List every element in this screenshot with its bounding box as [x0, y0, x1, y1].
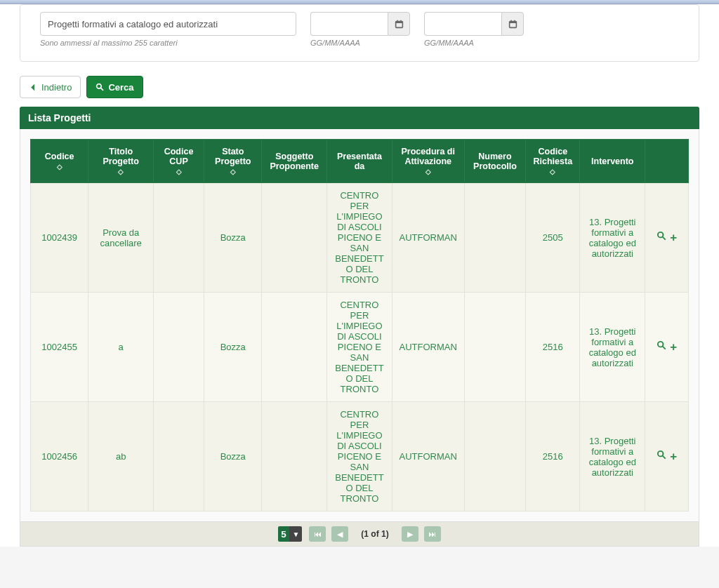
th-titolo[interactable]: Titolo Progetto◇: [88, 140, 154, 183]
th-stato[interactable]: Stato Progetto◇: [204, 140, 262, 183]
pager: 5 ▼ ⏮ ◀ (1 of 1) ▶ ⏭: [20, 522, 699, 547]
th-soggetto[interactable]: Soggetto Proponente: [262, 140, 327, 183]
sort-icon: ◇: [35, 163, 84, 171]
th-actions: [645, 140, 689, 183]
sort-icon: ◇: [93, 168, 149, 175]
table-row: 1002439Prova da cancellareBozzaCENTRO PE…: [31, 183, 689, 293]
cell-presentata: CENTRO PER L'IMPIEGO DI ASCOLI PICENO E …: [327, 402, 393, 512]
projects-table: Codice ◇ Titolo Progetto◇ Codice CUP ◇ S…: [30, 139, 689, 512]
cell-numprot: [464, 293, 526, 402]
view-icon[interactable]: [657, 232, 667, 243]
filter-text-input[interactable]: [40, 12, 296, 36]
cell-cup: [154, 402, 204, 512]
add-icon[interactable]: +: [670, 340, 677, 354]
panel-title: Lista Progetti: [20, 107, 699, 129]
cell-soggetto: [262, 402, 327, 512]
cell-codice: 1002456: [31, 402, 88, 512]
cell-intervento: 13. Progetti formativi a catalogo ed aut…: [580, 183, 645, 293]
cell-titolo: a: [88, 293, 154, 402]
row-actions: +: [645, 183, 689, 293]
sort-icon: ◇: [158, 168, 199, 175]
date-from-input[interactable]: [310, 12, 388, 36]
calendar-icon[interactable]: [501, 12, 524, 36]
add-icon[interactable]: +: [670, 231, 677, 244]
cell-presentata: CENTRO PER L'IMPIEGO DI ASCOLI PICENO E …: [327, 183, 393, 293]
cell-cup: [154, 293, 204, 402]
filters-panel: Sono ammessi al massimo 255 caratteri GG…: [20, 4, 699, 62]
cell-numprot: [464, 183, 526, 293]
cell-procedura: AUTFORMAN: [392, 402, 464, 512]
cell-procedura: AUTFORMAN: [392, 293, 464, 402]
pager-label: (1 of 1): [361, 529, 388, 539]
cell-codice: 1002439: [31, 183, 88, 293]
date-to-help: GG/MM/AAAA: [424, 39, 524, 47]
th-cup[interactable]: Codice CUP ◇: [154, 140, 204, 183]
table-row: 1002456abBozzaCENTRO PER L'IMPIEGO DI AS…: [31, 402, 689, 512]
filter-text-help: Sono ammessi al massimo 255 caratteri: [40, 39, 296, 47]
view-icon[interactable]: [657, 450, 667, 462]
cell-procedura: AUTFORMAN: [392, 183, 464, 293]
cell-codric: 2516: [526, 293, 580, 402]
search-button[interactable]: Cerca: [86, 76, 143, 98]
dropdown-arrow-icon[interactable]: ▼: [289, 526, 302, 542]
cell-titolo: ab: [88, 402, 154, 512]
cell-codice: 1002455: [31, 293, 88, 402]
pager-prev-button[interactable]: ◀: [331, 526, 348, 542]
cell-stato: Bozza: [204, 293, 262, 402]
cell-stato: Bozza: [204, 402, 262, 512]
cell-intervento: 13. Progetti formativi a catalogo ed aut…: [580, 293, 645, 402]
date-from-help: GG/MM/AAAA: [310, 39, 410, 47]
calendar-icon[interactable]: [388, 12, 410, 36]
back-button[interactable]: Indietro: [20, 76, 81, 98]
row-actions: +: [645, 293, 689, 402]
cell-titolo: Prova da cancellare: [88, 183, 154, 293]
cell-intervento: 13. Progetti formativi a catalogo ed aut…: [580, 402, 645, 512]
date-to-input[interactable]: [424, 12, 501, 36]
cell-soggetto: [262, 183, 327, 293]
pager-first-button[interactable]: ⏮: [309, 526, 326, 542]
th-intervento[interactable]: Intervento: [580, 140, 645, 183]
row-actions: +: [645, 402, 689, 512]
pager-last-button[interactable]: ⏭: [424, 526, 441, 542]
pager-next-button[interactable]: ▶: [402, 526, 418, 542]
page-size-select[interactable]: 5: [278, 526, 289, 542]
th-presentata[interactable]: Presentata da: [327, 140, 393, 183]
search-icon: [95, 83, 105, 92]
cell-cup: [154, 183, 204, 293]
th-codice[interactable]: Codice ◇: [31, 140, 88, 183]
table-row: 1002455aBozzaCENTRO PER L'IMPIEGO DI ASC…: [31, 293, 689, 402]
chevron-left-icon: [29, 83, 38, 92]
th-procedura[interactable]: Procedura di Attivazione◇: [392, 140, 464, 183]
cell-codric: 2516: [526, 402, 580, 512]
cell-numprot: [464, 402, 526, 512]
cell-presentata: CENTRO PER L'IMPIEGO DI ASCOLI PICENO E …: [327, 293, 393, 402]
back-button-label: Indietro: [41, 82, 72, 93]
view-icon[interactable]: [657, 341, 667, 353]
search-button-label: Cerca: [108, 82, 133, 93]
th-numprot[interactable]: Numero Protocollo: [464, 140, 526, 183]
cell-soggetto: [262, 293, 327, 402]
sort-icon: ◇: [397, 168, 460, 175]
add-icon[interactable]: +: [670, 450, 677, 463]
sort-icon: ◇: [530, 168, 575, 175]
cell-codric: 2505: [526, 183, 580, 293]
cell-stato: Bozza: [204, 183, 262, 293]
th-codric[interactable]: Codice Richiesta◇: [526, 140, 580, 183]
sort-icon: ◇: [209, 168, 257, 175]
